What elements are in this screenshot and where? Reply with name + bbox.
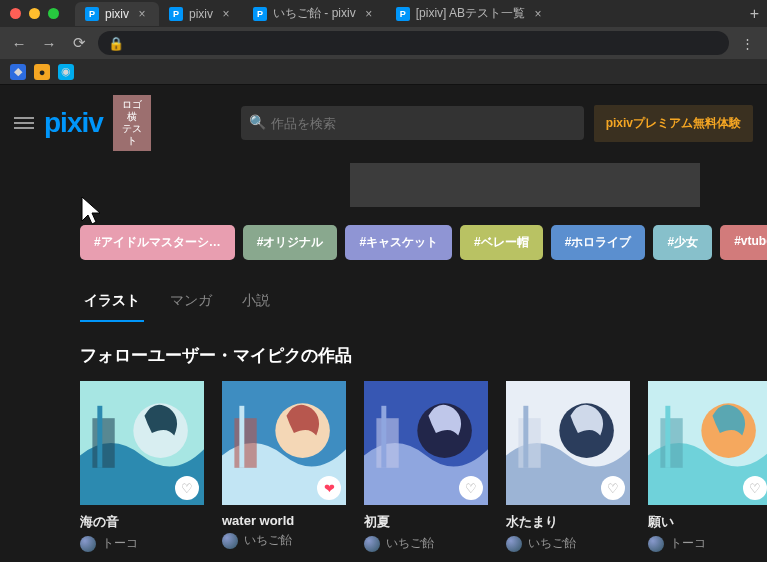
svg-rect-6: [234, 418, 256, 468]
content-tab[interactable]: 小説: [238, 282, 274, 322]
favicon-icon: P: [253, 7, 267, 21]
work-card: ♡ 海の音 トーコ: [80, 381, 204, 552]
tag-pill[interactable]: #キャスケット: [345, 225, 452, 260]
favicon-icon: P: [85, 7, 99, 21]
works-gallery: ♡ 海の音 トーコ ❤ water world いちご飴 ♡: [0, 381, 767, 552]
avatar-icon: [506, 536, 522, 552]
svg-rect-19: [665, 406, 670, 468]
svg-rect-2: [92, 418, 114, 468]
work-author[interactable]: いちご飴: [506, 531, 630, 552]
work-author[interactable]: いちご飴: [222, 528, 346, 549]
author-name: いちご飴: [244, 532, 292, 549]
extensions-row: ◆ ● ◉: [0, 59, 767, 85]
work-title[interactable]: 願い: [648, 505, 767, 531]
toolbar: ← → ⟳ 🔒 ⋮: [0, 27, 767, 59]
work-title[interactable]: 初夏: [364, 505, 488, 531]
work-author[interactable]: トーコ: [648, 531, 767, 552]
work-title[interactable]: 海の音: [80, 505, 204, 531]
browser-tab[interactable]: Pいちご飴 - pixiv×: [243, 0, 386, 27]
author-name: トーコ: [102, 535, 138, 552]
avatar-icon: [648, 536, 664, 552]
svg-rect-18: [660, 418, 682, 468]
like-button[interactable]: ♡: [743, 476, 767, 500]
author-name: いちご飴: [386, 535, 434, 552]
search-icon: 🔍: [249, 114, 266, 130]
site-logo[interactable]: pixiv: [44, 107, 103, 139]
close-tab-icon[interactable]: ×: [531, 7, 545, 21]
content-tab[interactable]: マンガ: [166, 282, 216, 322]
minimize-window-icon[interactable]: [29, 8, 40, 19]
work-thumbnail[interactable]: ♡: [80, 381, 204, 505]
tag-pill[interactable]: #ベレー帽: [460, 225, 543, 260]
svg-rect-11: [381, 406, 386, 468]
close-tab-icon[interactable]: ×: [219, 7, 233, 21]
section-title: フォローユーザー・マイピクの作品: [0, 322, 767, 381]
svg-rect-15: [523, 406, 528, 468]
url-bar[interactable]: 🔒: [98, 31, 729, 55]
like-button[interactable]: ♡: [459, 476, 483, 500]
svg-rect-14: [518, 418, 540, 468]
work-title[interactable]: water world: [222, 505, 346, 528]
author-name: いちご飴: [528, 535, 576, 552]
tab-strip: Ppixiv×Ppixiv×Pいちご飴 - pixiv×P[pixiv] ABテ…: [75, 0, 742, 27]
maximize-window-icon[interactable]: [48, 8, 59, 19]
search-container: 🔍: [241, 106, 584, 140]
svg-rect-10: [376, 418, 398, 468]
back-button[interactable]: ←: [8, 35, 30, 52]
work-thumbnail[interactable]: ♡: [364, 381, 488, 505]
avatar-icon: [364, 536, 380, 552]
close-tab-icon[interactable]: ×: [362, 7, 376, 21]
like-button[interactable]: ♡: [601, 476, 625, 500]
reload-button[interactable]: ⟳: [68, 34, 90, 52]
browser-chrome: Ppixiv×Ppixiv×Pいちご飴 - pixiv×P[pixiv] ABテ…: [0, 0, 767, 85]
svg-rect-3: [97, 406, 102, 468]
svg-rect-7: [239, 406, 244, 468]
browser-tab[interactable]: Ppixiv×: [75, 2, 159, 26]
work-author[interactable]: トーコ: [80, 531, 204, 552]
tab-title: いちご飴 - pixiv: [273, 5, 356, 22]
tag-pill[interactable]: #少女: [653, 225, 712, 260]
work-card: ♡ 水たまり いちご飴: [506, 381, 630, 552]
page-header: pixiv ロゴ横 テスト 🔍 pixivプレミアム無料体験: [0, 85, 767, 157]
tab-title: pixiv: [189, 7, 213, 21]
work-title[interactable]: 水たまり: [506, 505, 630, 531]
ad-placeholder: [350, 163, 700, 207]
work-author[interactable]: いちご飴: [364, 531, 488, 552]
extension-icon[interactable]: ●: [34, 64, 50, 80]
close-tab-icon[interactable]: ×: [135, 7, 149, 21]
content-tab[interactable]: イラスト: [80, 282, 144, 322]
favicon-icon: P: [169, 7, 183, 21]
window-controls: [0, 2, 69, 25]
work-thumbnail[interactable]: ♡: [506, 381, 630, 505]
avatar-icon: [222, 533, 238, 549]
like-button[interactable]: ❤: [317, 476, 341, 500]
work-card: ❤ water world いちご飴: [222, 381, 346, 552]
author-name: トーコ: [670, 535, 706, 552]
extension-icon[interactable]: ◆: [10, 64, 26, 80]
lock-icon: 🔒: [108, 36, 124, 51]
browser-tab[interactable]: P[pixiv] ABテスト一覧×: [386, 0, 555, 27]
content-tabs: イラストマンガ小説: [0, 278, 767, 322]
tag-list: #アイドルマスターシ…#オリジナル#キャスケット#ベレー帽#ホロライブ#少女#v…: [0, 207, 767, 278]
logo-side-badge[interactable]: ロゴ横 テスト: [113, 95, 151, 151]
avatar-icon: [80, 536, 96, 552]
hamburger-menu-button[interactable]: [14, 114, 34, 132]
work-thumbnail[interactable]: ❤: [222, 381, 346, 505]
new-tab-button[interactable]: +: [742, 5, 767, 23]
tag-pill[interactable]: #アイドルマスターシ…: [80, 225, 235, 260]
like-button[interactable]: ♡: [175, 476, 199, 500]
forward-button[interactable]: →: [38, 35, 60, 52]
browser-menu-button[interactable]: ⋮: [737, 36, 759, 51]
tab-title: pixiv: [105, 7, 129, 21]
tag-pill[interactable]: #オリジナル: [243, 225, 338, 260]
tag-pill[interactable]: #ホロライブ: [551, 225, 646, 260]
browser-tab[interactable]: Ppixiv×: [159, 2, 243, 26]
work-thumbnail[interactable]: ♡: [648, 381, 767, 505]
favicon-icon: P: [396, 7, 410, 21]
search-input[interactable]: [241, 106, 584, 140]
close-window-icon[interactable]: [10, 8, 21, 19]
work-card: ♡ 初夏 いちご飴: [364, 381, 488, 552]
extension-icon[interactable]: ◉: [58, 64, 74, 80]
tag-pill[interactable]: #vtuber: [720, 225, 767, 260]
premium-cta-button[interactable]: pixivプレミアム無料体験: [594, 105, 753, 142]
